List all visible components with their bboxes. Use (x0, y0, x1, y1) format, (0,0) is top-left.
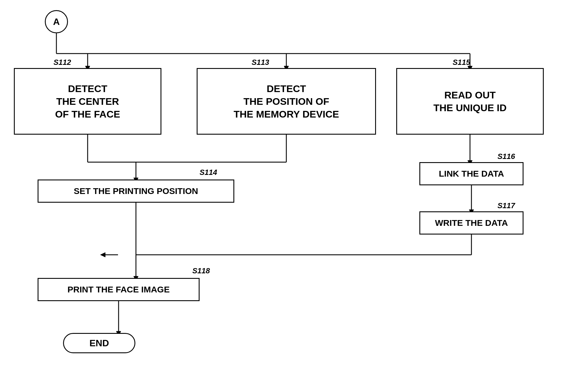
box-s115: READ OUTTHE UNIQUE ID (396, 68, 544, 135)
box-s117-text: WRITE THE DATA (435, 218, 508, 228)
box-s112: DETECTTHE CENTEROF THE FACE (14, 68, 161, 135)
box-s116-text: LINK THE DATA (439, 169, 504, 179)
flowchart: A S112 S113 S115 S114 S116 S117 S118 DET… (0, 0, 588, 390)
box-s115-text: READ OUTTHE UNIQUE ID (433, 89, 506, 114)
label-s113: S113 (252, 58, 269, 67)
label-s114: S114 (200, 168, 217, 177)
box-s116: LINK THE DATA (419, 162, 524, 185)
end-label: END (89, 338, 109, 349)
svg-marker-22 (100, 252, 105, 257)
box-s112-text: DETECTTHE CENTEROF THE FACE (55, 82, 120, 121)
label-s112: S112 (54, 58, 71, 67)
label-s115: S115 (453, 58, 470, 67)
box-s118: PRINT THE FACE IMAGE (38, 278, 200, 301)
start-node: A (45, 10, 68, 33)
node-a-label: A (53, 17, 60, 27)
label-s118: S118 (192, 266, 210, 275)
box-s113: DETECTTHE POSITION OFTHE MEMORY DEVICE (197, 68, 376, 135)
box-s118-text: PRINT THE FACE IMAGE (67, 285, 169, 294)
box-s114: SET THE PRINTING POSITION (38, 180, 234, 203)
end-terminal: END (63, 333, 135, 353)
box-s113-text: DETECTTHE POSITION OFTHE MEMORY DEVICE (234, 82, 339, 121)
box-s114-text: SET THE PRINTING POSITION (74, 186, 198, 196)
box-s117: WRITE THE DATA (419, 211, 524, 235)
label-s117: S117 (497, 201, 515, 210)
label-s116: S116 (497, 152, 515, 161)
